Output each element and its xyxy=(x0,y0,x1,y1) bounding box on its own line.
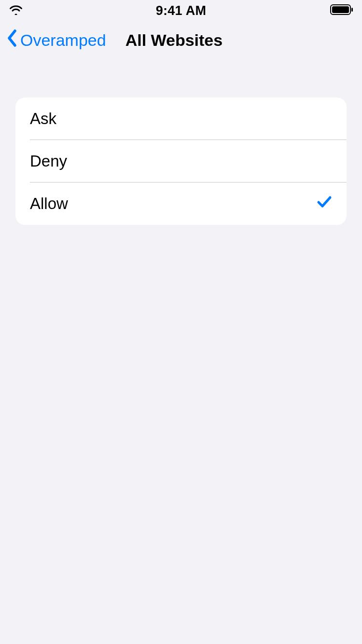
page-title: All Websites xyxy=(125,31,223,50)
status-bar: 9:41 AM xyxy=(0,0,362,21)
option-label: Deny xyxy=(30,152,67,170)
status-time: 9:41 AM xyxy=(156,3,207,18)
option-label: Allow xyxy=(30,195,68,213)
option-ask[interactable]: Ask xyxy=(15,98,347,140)
svg-rect-1 xyxy=(332,6,349,13)
status-right xyxy=(330,4,353,17)
back-button[interactable]: Overamped xyxy=(7,29,106,51)
content: Ask Deny Allow xyxy=(0,59,362,225)
option-allow[interactable]: Allow xyxy=(15,182,347,225)
wifi-icon xyxy=(9,4,23,17)
nav-bar: Overamped All Websites xyxy=(0,21,362,59)
options-list: Ask Deny Allow xyxy=(15,98,347,225)
svg-rect-2 xyxy=(351,8,353,12)
status-left xyxy=(9,4,23,17)
option-label: Ask xyxy=(30,110,56,128)
back-label: Overamped xyxy=(20,31,106,50)
checkmark-icon xyxy=(317,194,332,213)
battery-icon xyxy=(330,4,353,17)
chevron-left-icon xyxy=(7,29,17,51)
option-deny[interactable]: Deny xyxy=(15,140,347,182)
